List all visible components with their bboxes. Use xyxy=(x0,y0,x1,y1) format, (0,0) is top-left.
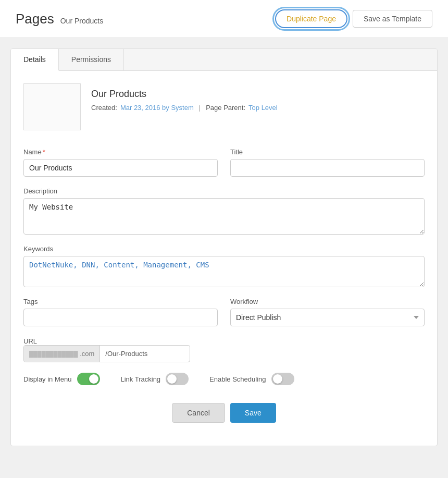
parent-label: Page Parent: xyxy=(206,104,245,112)
footer-buttons: Cancel Save xyxy=(23,398,425,433)
save-as-template-button[interactable]: Save as Template xyxy=(353,10,432,28)
keywords-group: Keywords DotNetNuke, DNN, Content, Manag… xyxy=(23,245,425,287)
description-label: Description xyxy=(23,187,425,195)
page-title: Pages xyxy=(16,11,54,27)
link-tracking-label: Link Tracking xyxy=(121,375,161,383)
link-tracking-group: Link Tracking xyxy=(121,373,189,385)
keywords-textarea[interactable]: DotNetNuke, DNN, Content, Management, CM… xyxy=(23,256,425,287)
page-info-box: Our Products Created: Mar 23, 2016 by Sy… xyxy=(23,83,425,136)
display-menu-track xyxy=(77,373,100,385)
display-menu-thumb xyxy=(89,374,98,384)
title-label: Title xyxy=(230,148,425,156)
name-input[interactable] xyxy=(23,159,218,177)
tags-input[interactable] xyxy=(23,309,218,326)
tags-label: Tags xyxy=(23,298,218,305)
title-input[interactable] xyxy=(230,159,425,177)
meta-separator: | xyxy=(199,104,201,112)
keywords-label: Keywords xyxy=(23,245,425,253)
page-header: Pages Our Products Duplicate Page Save a… xyxy=(0,0,448,38)
created-label: Created: xyxy=(91,104,117,112)
tags-group: Tags xyxy=(23,298,218,326)
page-info-name: Our Products xyxy=(91,89,278,100)
enable-scheduling-toggle[interactable] xyxy=(271,373,294,385)
tab-content: Our Products Created: Mar 23, 2016 by Sy… xyxy=(11,71,437,446)
workflow-select[interactable]: Direct Publish Content Approval xyxy=(230,309,425,326)
name-title-row: Name* Title xyxy=(23,148,425,177)
display-menu-toggle[interactable] xyxy=(77,373,100,385)
save-button[interactable]: Save xyxy=(230,403,276,423)
name-group: Name* xyxy=(23,148,218,177)
tab-permissions[interactable]: Permissions xyxy=(59,49,124,70)
toggles-row: Display in Menu Link Tracking xyxy=(23,373,425,385)
created-value[interactable]: Mar 23, 2016 by System xyxy=(120,104,194,112)
page-subtitle: Our Products xyxy=(60,17,103,25)
name-label: Name* xyxy=(23,148,218,156)
header-actions: Duplicate Page Save as Template xyxy=(275,9,432,28)
workflow-label: Workflow xyxy=(230,298,425,305)
link-tracking-thumb xyxy=(167,374,177,384)
page-thumbnail xyxy=(23,83,81,130)
url-path: /Our-Products xyxy=(100,346,190,362)
link-tracking-toggle[interactable] xyxy=(166,373,189,385)
enable-scheduling-thumb xyxy=(273,374,282,384)
tab-container: Details Permissions Our Products Created… xyxy=(10,48,438,446)
tabs-bar: Details Permissions xyxy=(11,49,437,71)
display-menu-group: Display in Menu xyxy=(23,373,100,385)
tab-details[interactable]: Details xyxy=(11,49,59,71)
cancel-button[interactable]: Cancel xyxy=(172,403,225,423)
title-group: Title xyxy=(230,148,425,177)
duplicate-page-button[interactable]: Duplicate Page xyxy=(275,9,347,28)
description-textarea[interactable]: My Website xyxy=(23,198,425,235)
description-row: Description My Website xyxy=(23,187,425,235)
url-prefix: ████████████ .com xyxy=(24,346,100,362)
url-input-wrapper: ████████████ .com /Our-Products xyxy=(23,345,190,362)
parent-value[interactable]: Top Level xyxy=(248,104,278,112)
link-tracking-track xyxy=(166,373,189,385)
header-left: Pages Our Products xyxy=(16,11,103,27)
required-star: * xyxy=(43,148,45,156)
keywords-row: Keywords DotNetNuke, DNN, Content, Manag… xyxy=(23,245,425,287)
page-info-meta: Created: Mar 23, 2016 by System | Page P… xyxy=(91,104,278,112)
display-menu-label: Display in Menu xyxy=(23,375,72,383)
url-group: URL ████████████ .com /Our-Products xyxy=(23,337,425,362)
description-group: Description My Website xyxy=(23,187,425,235)
main-content: Details Permissions Our Products Created… xyxy=(0,38,448,457)
workflow-group: Workflow Direct Publish Content Approval xyxy=(230,298,425,326)
enable-scheduling-label: Enable Scheduling xyxy=(209,375,266,383)
url-label: URL xyxy=(23,337,37,345)
tags-workflow-row: Tags Workflow Direct Publish Content App… xyxy=(23,298,425,326)
page-info-details: Our Products Created: Mar 23, 2016 by Sy… xyxy=(91,83,278,130)
enable-scheduling-track xyxy=(271,373,294,385)
enable-scheduling-group: Enable Scheduling xyxy=(209,373,294,385)
